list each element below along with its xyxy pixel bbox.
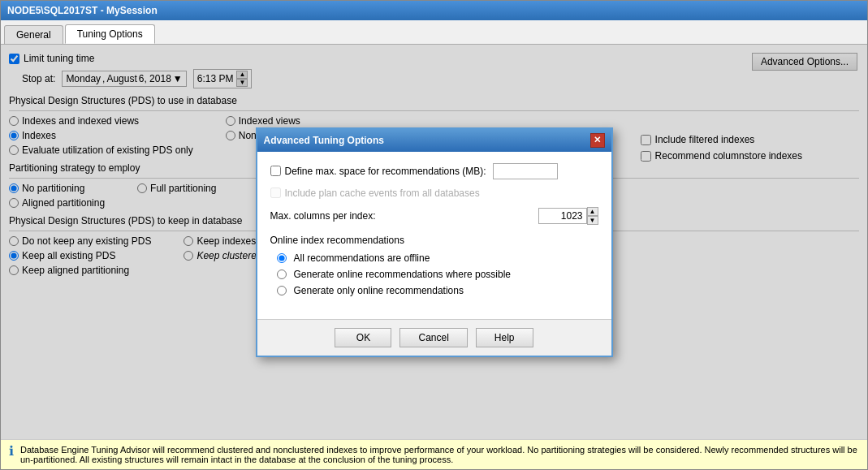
online-option-offline[interactable]: All recommendations are offline (277, 252, 598, 264)
max-columns-input[interactable]: 1023 (538, 208, 587, 224)
modal-close-button[interactable]: ✕ (590, 133, 605, 148)
max-columns-row: Max. columns per index: 1023 ▲ ▼ (270, 207, 598, 225)
window-titlebar: NODE5\SQL2017ST - MySession (1, 1, 867, 20)
include-plan-cache-row: Include plan cache events from all datab… (270, 188, 598, 199)
modal-cancel-button[interactable]: Cancel (399, 328, 467, 347)
modal-titlebar: Advanced Tuning Options ✕ (257, 129, 611, 152)
max-columns-up-arrow[interactable]: ▲ (587, 207, 598, 216)
define-max-space-checkbox[interactable] (270, 166, 281, 176)
main-window: NODE5\SQL2017ST - MySession General Tuni… (0, 0, 868, 470)
define-max-space-label[interactable]: Define max. space for recommendations (M… (270, 166, 486, 177)
online-index-section-label: Online index recommendations (270, 235, 598, 246)
modal-footer: OK Cancel Help (257, 319, 611, 356)
modal-help-button[interactable]: Help (476, 328, 533, 347)
window-title: NODE5\SQL2017ST - MySession (7, 5, 158, 16)
info-icon: ℹ (9, 445, 14, 458)
description-section: ℹ Database Engine Tuning Advisor will re… (1, 439, 867, 469)
tab-general[interactable]: General (4, 25, 63, 44)
online-option-where-possible[interactable]: Generate online recommendations where po… (277, 269, 598, 280)
define-max-space-row: Define max. space for recommendations (M… (270, 163, 598, 179)
main-content: Advanced Options... Limit tuning time St… (1, 45, 867, 439)
online-index-options: All recommendations are offline Generate… (277, 252, 598, 296)
modal-title: Advanced Tuning Options (264, 135, 384, 146)
include-plan-cache-checkbox (270, 188, 281, 198)
online-option-only-online[interactable]: Generate only online recommendations (277, 285, 598, 296)
max-columns-down-arrow[interactable]: ▼ (587, 216, 598, 225)
advanced-tuning-modal: Advanced Tuning Options ✕ Define max. sp… (256, 127, 613, 357)
modal-ok-button[interactable]: OK (335, 328, 391, 347)
include-plan-cache-label[interactable]: Include plan cache events from all datab… (270, 188, 480, 199)
max-columns-spinner[interactable]: ▲ ▼ (587, 207, 598, 225)
modal-body: Define max. space for recommendations (M… (257, 152, 611, 319)
tab-bar: General Tuning Options (1, 20, 867, 45)
modal-overlay: Advanced Tuning Options ✕ Define max. sp… (1, 45, 867, 439)
max-space-input[interactable] (493, 163, 558, 179)
tab-tuning-options[interactable]: Tuning Options (65, 24, 155, 44)
